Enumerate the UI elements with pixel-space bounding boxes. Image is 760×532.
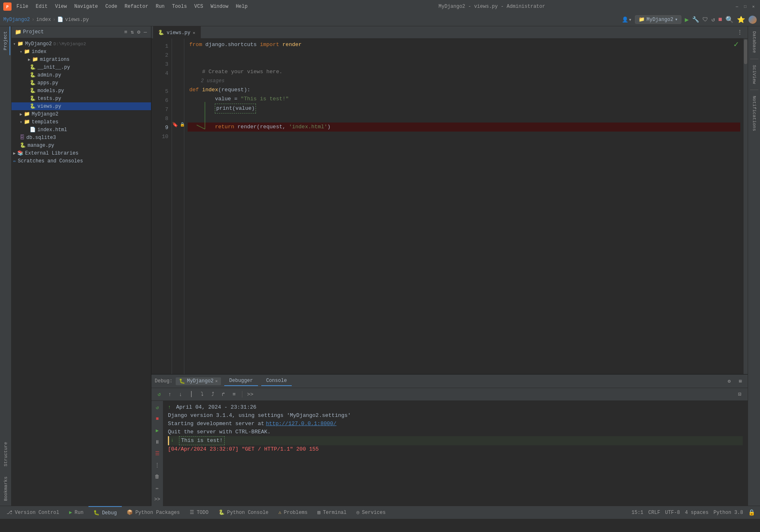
scroll-thumb[interactable] bbox=[744, 39, 747, 64]
collapse-all-btn[interactable]: ≡ bbox=[123, 28, 128, 36]
debug-list-btn[interactable]: ☰ bbox=[152, 449, 162, 458]
run-tab[interactable]: ▶ Run bbox=[64, 506, 88, 519]
tree-item-scratches[interactable]: ✏ Scratches and Consoles bbox=[12, 157, 151, 165]
menu-window[interactable]: Window bbox=[208, 3, 231, 10]
eval-btn[interactable]: ≡ bbox=[230, 390, 239, 399]
tree-item-index[interactable]: ▾ 📁 index bbox=[12, 48, 151, 56]
profile-button[interactable]: 👤▾ bbox=[622, 16, 632, 23]
settings-btn[interactable]: ⚙ bbox=[136, 28, 141, 36]
tree-item-views[interactable]: 🐍 views.py bbox=[12, 102, 151, 110]
pause-btn[interactable]: ⏸ bbox=[152, 437, 162, 447]
pencil-btn[interactable]: ✏ bbox=[152, 483, 162, 493]
tree-item-root[interactable]: ▾ 📁 MyDjango2 D:\MyDjango2 bbox=[12, 40, 151, 48]
menu-code[interactable]: Code bbox=[103, 3, 120, 10]
more-debug-btn[interactable]: ⋮ bbox=[152, 460, 162, 470]
tree-item-manage[interactable]: 🐍 manage.py bbox=[12, 141, 151, 149]
structure-tab[interactable]: Structure bbox=[2, 437, 10, 471]
tree-item-indexhtml[interactable]: 📄 index.html bbox=[12, 126, 151, 134]
search-button[interactable]: 🔍 bbox=[725, 16, 734, 24]
maximize-button[interactable]: □ bbox=[742, 3, 748, 10]
close-debug-session[interactable]: ✕ bbox=[215, 379, 218, 384]
server-link[interactable]: http://127.0.0.1:8000/ bbox=[266, 420, 337, 428]
notifications-tab[interactable]: Notifications bbox=[751, 93, 758, 134]
debug-session-tab[interactable]: 🐛 MyDjango2 ✕ bbox=[176, 377, 221, 385]
menu-run[interactable]: Run bbox=[153, 3, 167, 10]
more-btn[interactable]: >> bbox=[246, 390, 255, 399]
terminal-tab[interactable]: ▤ Terminal bbox=[312, 506, 351, 519]
language[interactable]: Python 3.8 bbox=[714, 510, 743, 516]
layout-btn[interactable]: ⊞ bbox=[737, 377, 744, 385]
reload-button[interactable]: ↺ bbox=[711, 16, 715, 23]
coverage-button[interactable]: 🛡 bbox=[702, 16, 708, 23]
sort-btn[interactable]: ⇅ bbox=[130, 28, 135, 36]
menu-edit[interactable]: Edit bbox=[33, 3, 50, 10]
build-button[interactable]: 🔧 bbox=[692, 16, 699, 23]
tree-item-templates[interactable]: ▾ 📁 templates bbox=[12, 118, 151, 126]
tree-item-admin[interactable]: 🐍 admin.py bbox=[12, 71, 151, 79]
project-selector[interactable]: 📁 MyDjango2 ▾ bbox=[635, 15, 681, 24]
minimize-panel-btn[interactable]: — bbox=[143, 28, 148, 36]
console-tab[interactable]: Console bbox=[261, 376, 292, 386]
database-tab[interactable]: Database bbox=[751, 28, 758, 56]
expand-debug-btn[interactable]: >> bbox=[152, 495, 162, 504]
tree-item-init[interactable]: 🐍 __init__.py bbox=[12, 63, 151, 71]
run-button[interactable]: ▶ bbox=[685, 16, 689, 24]
filter-btn[interactable]: ⚙ bbox=[725, 377, 733, 385]
tree-item-apps[interactable]: 🐍 apps.py bbox=[12, 79, 151, 87]
console-line-2: Django version 3.1.4, using settings 'My… bbox=[168, 412, 743, 420]
stop-debug-btn[interactable]: ■ bbox=[152, 414, 162, 424]
version-control-tab[interactable]: ⎇ Version Control bbox=[2, 506, 64, 519]
sciview-tab[interactable]: SciView bbox=[751, 62, 758, 87]
tree-item-db[interactable]: 🗄 db.sqlite3 bbox=[12, 134, 151, 141]
menu-help[interactable]: Help bbox=[233, 3, 250, 10]
cursor-position[interactable]: 15:1 bbox=[632, 510, 644, 516]
step-out-btn[interactable]: ⤴ bbox=[208, 390, 217, 399]
tree-item-mydjango2[interactable]: ▶ 📁 MyDjango2 bbox=[12, 110, 151, 118]
project-tab[interactable]: Project bbox=[1, 26, 10, 55]
resume-btn[interactable]: ▶ bbox=[152, 426, 162, 435]
menu-vcs[interactable]: VCS bbox=[192, 3, 206, 10]
indent[interactable]: 4 spaces bbox=[685, 510, 709, 516]
split-layout-btn[interactable]: ⊡ bbox=[735, 390, 744, 399]
gutter-line-7 bbox=[172, 102, 184, 111]
menu-tools[interactable]: Tools bbox=[170, 3, 189, 10]
editor-scrollbar[interactable] bbox=[744, 39, 748, 374]
restart-btn[interactable]: ↺ bbox=[155, 390, 164, 399]
breadcrumb-project[interactable]: MyDjango2 bbox=[3, 17, 30, 23]
minimize-button[interactable]: — bbox=[734, 3, 740, 10]
encoding[interactable]: UTF-8 bbox=[665, 510, 680, 516]
menu-view[interactable]: View bbox=[53, 3, 70, 10]
tree-item-tests[interactable]: 🐍 tests.py bbox=[12, 95, 151, 102]
tree-item-migrations[interactable]: ▶ 📁 migrations bbox=[12, 56, 151, 63]
rerun-btn[interactable]: ↺ bbox=[152, 402, 162, 412]
debugger-tab[interactable]: Debugger bbox=[224, 376, 258, 386]
step-over-down-btn[interactable]: ↓ bbox=[176, 390, 185, 399]
menu-file[interactable]: File bbox=[14, 3, 31, 10]
python-packages-tab[interactable]: 📦 Python Packages bbox=[122, 506, 185, 519]
breadcrumb-views[interactable]: 📄 views.py bbox=[57, 16, 89, 23]
trash-btn[interactable]: 🗑 bbox=[152, 472, 162, 481]
line-ending[interactable]: CRLF bbox=[648, 510, 660, 516]
menu-refactor[interactable]: Refactor bbox=[122, 3, 151, 10]
services-tab[interactable]: ◎ Services bbox=[351, 506, 390, 519]
problems-tab[interactable]: ⚠ Problems bbox=[274, 506, 313, 519]
tree-item-extlibs[interactable]: ▶ 📚 External Libraries bbox=[12, 149, 151, 157]
code-content[interactable]: from django.shortcuts import render # Cr… bbox=[184, 39, 744, 374]
ln7: 7 bbox=[153, 105, 168, 114]
step-cursor-btn[interactable]: ↱ bbox=[219, 390, 228, 399]
debug-tab[interactable]: 🐛 Debug bbox=[88, 506, 122, 519]
tab-menu-btn[interactable]: ⋮ bbox=[734, 27, 746, 37]
step-over-up-btn[interactable]: ↑ bbox=[165, 390, 174, 399]
step-into-btn[interactable]: ⤵ bbox=[198, 390, 207, 399]
breadcrumb-index[interactable]: index bbox=[36, 17, 51, 23]
todo-tab[interactable]: ☰ TODO bbox=[185, 506, 214, 519]
python-console-tab[interactable]: 🐍 Python Console bbox=[214, 506, 274, 519]
close-button[interactable]: ✕ bbox=[750, 3, 757, 10]
bookmarks-tab[interactable]: Bookmarks bbox=[2, 472, 10, 506]
stop-button[interactable]: ■ bbox=[718, 16, 722, 23]
tree-item-models[interactable]: 🐍 models.py bbox=[12, 87, 151, 95]
close-tab-btn[interactable]: ✕ bbox=[193, 30, 195, 35]
menu-navigate[interactable]: Navigate bbox=[72, 3, 100, 10]
views-tab[interactable]: 🐍 views.py ✕ bbox=[153, 26, 201, 38]
bookmark-button[interactable]: ⭐ bbox=[737, 16, 745, 24]
